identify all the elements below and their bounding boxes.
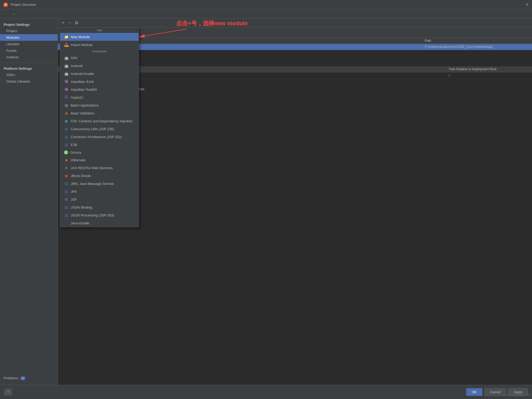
ok-button[interactable]: OK [466, 388, 482, 396]
sidebar-item-problems[interactable]: Problems 1 [0, 374, 58, 382]
title-bar-left: P Project Structure [3, 2, 36, 7]
dropdown-import-module[interactable]: 📥 Import Module [60, 41, 139, 49]
connector-icon: ▤ [64, 134, 69, 139]
svg-text:P: P [4, 3, 7, 7]
sidebar-item-artifacts[interactable]: Artifacts [0, 54, 58, 60]
dropdown-item-cdi[interactable]: ◉ CDI: Contexts and Dependency Injection [60, 117, 139, 125]
back-button[interactable]: ← [2, 11, 8, 17]
bean-validation-icon: ◈ [64, 111, 69, 115]
jax-icon: ⊕ [64, 165, 69, 170]
project-settings-title: Project Settings [0, 21, 58, 28]
dropdown-item-bean-validation[interactable]: ◈ Bean Validation [60, 109, 139, 117]
dropdown-item-android-gradle[interactable]: 🤖 Android-Gradle [60, 70, 139, 78]
copy-button[interactable]: ⧉ [74, 20, 80, 26]
dropdown-item-ejb[interactable]: ▤ EJB [60, 141, 139, 149]
dropdown-item-json-processing[interactable]: ▤ JSON Processing (JSR 353) [60, 211, 139, 219]
problems-label: Problems [4, 376, 18, 380]
main-layout: Project Settings Project Modules Librari… [0, 18, 532, 385]
content-area: 点击+号，选择new module + − ⧉ Add 📁 [58, 18, 532, 385]
groovy-icon: G [64, 150, 68, 154]
arquillian-junit-icon: 👾 [64, 79, 69, 84]
sidebar-item-global-libraries[interactable]: Global Libraries [0, 78, 58, 85]
col-path-header: Path [425, 39, 530, 43]
jms-icon: ▤ [64, 181, 69, 186]
window-title: Project Structure [11, 3, 36, 7]
forward-button[interactable]: → [11, 11, 17, 17]
dropdown-item-batch[interactable]: ▦ Batch Applications [60, 101, 139, 109]
dropdown-item-connector[interactable]: ▤ Connector Architecture (JSR 322) [60, 133, 139, 141]
platform-settings-title: Platform Settings [0, 65, 58, 72]
dropdown-item-groovy[interactable]: G Groovy [60, 149, 139, 156]
dropdown-add-title: Add [60, 28, 139, 33]
java-gradle-icon [64, 221, 69, 225]
dropdown-item-jboss[interactable]: ◉ JBoss Drools [60, 172, 139, 180]
android-gradle-icon: 🤖 [64, 71, 69, 76]
arquillian-testng-icon: 👾 [64, 87, 69, 92]
dropdown-item-concurrency[interactable]: ▤ Concurrency Utils (JSR 236) [60, 125, 139, 133]
dropdown-item-json-binding[interactable]: ▤ JSON Binding [60, 203, 139, 211]
sidebar: Project Settings Project Modules Librari… [0, 18, 58, 385]
json-processing-icon: ▤ [64, 213, 69, 218]
android-icon: 🤖 [64, 63, 69, 68]
apk-icon: 🤖 [64, 55, 69, 60]
aspectj-icon: Ⓐ [64, 95, 69, 100]
import-module-icon: 📥 [64, 42, 69, 47]
remove-button[interactable]: − [67, 20, 73, 26]
title-bar: P Project Structure ✕ [0, 0, 532, 9]
dropdown-framework-title: Framework [60, 49, 139, 54]
dropdown-menu: Add 📁 New Module 📥 Import Module Framewo… [60, 27, 139, 227]
deploy-path-cell: / [449, 73, 528, 77]
dropdown-menu-container: Add 📁 New Module 📥 Import Module Framewo… [60, 27, 139, 227]
sidebar-divider [0, 63, 58, 63]
close-button[interactable]: ✕ [525, 2, 529, 7]
hibernate-icon: ◈ [64, 158, 69, 162]
new-module-icon: 📁 [64, 34, 69, 39]
concurrency-icon: ▤ [64, 127, 69, 131]
batch-icon: ▦ [64, 103, 69, 108]
sidebar-item-modules[interactable]: Modules [0, 34, 58, 41]
sidebar-item-facets[interactable]: Facets [0, 47, 58, 54]
dropdown-item-jms[interactable]: ▤ JMS: Java Message Service [60, 180, 139, 188]
content-toolbar: + − ⧉ [58, 18, 532, 27]
dropdown-item-android[interactable]: 🤖 Android [60, 62, 139, 70]
dropdown-item-jsf[interactable]: ⚙ JSF [60, 195, 139, 203]
help-button[interactable]: ? [4, 389, 12, 395]
cancel-button[interactable]: Cancel [484, 388, 506, 396]
nav-bar: ← → [0, 9, 532, 18]
jsf-icon: ⚙ [64, 197, 69, 202]
ejb-icon: ▤ [64, 142, 69, 147]
problems-badge: 1 [20, 376, 26, 380]
deploy-col-path: Path Relative to Deployment Root [449, 67, 528, 71]
dropdown-item-apk[interactable]: 🤖 APK [60, 54, 139, 62]
cdi-icon: ◉ [64, 119, 69, 123]
watermark: CSDN @初心…% [507, 393, 530, 397]
dropdown-item-hibernate[interactable]: ◈ Hibernate [60, 156, 139, 164]
dropdown-item-arquillian-junit[interactable]: 👾 Arquillian JUnit [60, 78, 139, 85]
jpa-icon: ▤ [64, 189, 69, 194]
dropdown-new-module[interactable]: 📁 New Module [60, 33, 139, 41]
path-cell: F:\Codes\vacation\ssm\SSM_1\src\main\web… [425, 45, 530, 49]
sidebar-item-sdks[interactable]: SDKs [0, 72, 58, 78]
sidebar-item-libraries[interactable]: Libraries [0, 41, 58, 47]
dropdown-item-jpa[interactable]: ▤ JPA [60, 188, 139, 195]
sidebar-item-project[interactable]: Project [0, 28, 58, 34]
jboss-icon: ◉ [64, 173, 69, 178]
dropdown-item-arquillian-testng[interactable]: 👾 Arquillian TestNG [60, 85, 139, 93]
json-binding-icon: ▤ [64, 205, 69, 210]
dropdown-item-java-gradle[interactable]: Java-Gradle [60, 219, 139, 227]
dropdown-item-aspectj[interactable]: Ⓐ AspectJ [60, 93, 139, 101]
dropdown-item-jax[interactable]: ⊕ JAX RESTful Web Services [60, 164, 139, 172]
bottom-bar: ? OK Cancel Apply [0, 385, 532, 399]
add-button[interactable]: + [60, 19, 66, 26]
app-logo-icon: P [3, 2, 8, 7]
